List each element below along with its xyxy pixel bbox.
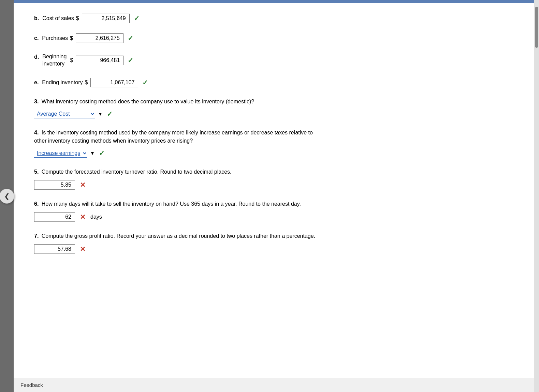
question-4-dropdown[interactable]: Increase earnings Decrease taxes Neither [34,149,87,158]
question-5-answer-row: ✕ [34,180,514,190]
question-d-check: ✓ [128,56,133,64]
question-e-input[interactable] [90,78,138,87]
question-6-x: ✕ [80,213,86,221]
question-7-block: 7. Compute the gross profit ratio. Recor… [34,232,514,254]
question-5-block: 5. Compute the forecasted inventory turn… [34,168,514,190]
page-wrapper: ❮ b. Cost of sales $ ✓ c. Purchases $ ✓ [0,0,539,392]
left-nav: ❮ [0,0,14,392]
question-b-check: ✓ [134,14,140,23]
question-d-input[interactable] [76,56,123,65]
feedback-label: Feedback [20,382,43,388]
question-c-input[interactable] [76,33,123,43]
question-4-answer-row: Increase earnings Decrease taxes Neither… [34,149,514,158]
question-e-check: ✓ [142,78,148,87]
question-3-dropdown[interactable]: Average Cost FIFO LIFO Specific Identifi… [34,110,95,118]
question-4-check: ✓ [99,149,105,157]
question-6-answer-row: ✕ days [34,212,514,222]
question-3-text: 3. What inventory costing method does th… [34,98,514,106]
question-d-description: Beginning inventory [42,53,67,68]
question-6-input[interactable] [34,212,75,222]
question-b-dollar: $ [76,15,79,21]
question-e-description: Ending inventory [42,79,83,86]
question-c-dollar: $ [70,35,73,41]
question-d-block: d. Beginning inventory $ ✓ [34,53,514,68]
question-b-description: Cost of sales [42,15,74,21]
question-c-check: ✓ [128,34,133,42]
question-4-block: 4. Is the inventory costing method used … [34,129,514,158]
question-7-answer-row: ✕ [34,244,514,254]
question-e-block: e. Ending inventory $ ✓ [34,78,514,87]
question-b-row: b. Cost of sales $ ✓ [34,14,514,23]
top-bar [14,0,534,3]
question-6-block: 6. How many days will it take to sell th… [34,200,514,222]
question-d-row: d. Beginning inventory $ ✓ [34,53,514,68]
question-e-dollar: $ [85,79,88,86]
question-3-check: ✓ [107,110,113,118]
question-c-row: c. Purchases $ ✓ [34,33,514,43]
scrollbar-thumb[interactable] [535,7,538,48]
dropdown-3-arrow-icon: ▼ [98,111,103,117]
dropdown-4-arrow-icon: ▼ [90,150,95,156]
question-6-suffix: days [90,214,102,220]
question-d-label: d. [34,54,39,60]
question-4-text: 4. Is the inventory costing method used … [34,129,514,145]
question-7-input[interactable] [34,244,75,254]
question-c-label: c. [34,35,39,41]
question-d-dollar: $ [70,57,73,63]
question-c-description: Purchases [42,35,68,41]
question-c-block: c. Purchases $ ✓ [34,33,514,43]
right-scrollbar[interactable] [534,0,539,392]
question-e-row: e. Ending inventory $ ✓ [34,78,514,87]
question-6-text: 6. How many days will it take to sell th… [34,200,514,208]
question-7-text: 7. Compute the gross profit ratio. Recor… [34,232,514,240]
feedback-bar: Feedback [14,378,534,392]
question-b-input[interactable] [82,14,130,23]
question-3-block: 3. What inventory costing method does th… [34,98,514,118]
arrow-left-icon: ❮ [4,192,10,200]
question-5-input[interactable] [34,180,75,190]
question-5-text: 5. Compute the forecasted inventory turn… [34,168,514,176]
content-area: b. Cost of sales $ ✓ c. Purchases $ ✓ d. [14,0,534,392]
question-b-label: b. [34,15,39,21]
question-e-label: e. [34,79,39,86]
question-b-block: b. Cost of sales $ ✓ [34,14,514,23]
question-7-x: ✕ [80,245,86,253]
nav-arrow-left[interactable]: ❮ [0,189,14,204]
question-3-answer-row: Average Cost FIFO LIFO Specific Identifi… [34,110,514,118]
question-5-x: ✕ [80,181,86,189]
